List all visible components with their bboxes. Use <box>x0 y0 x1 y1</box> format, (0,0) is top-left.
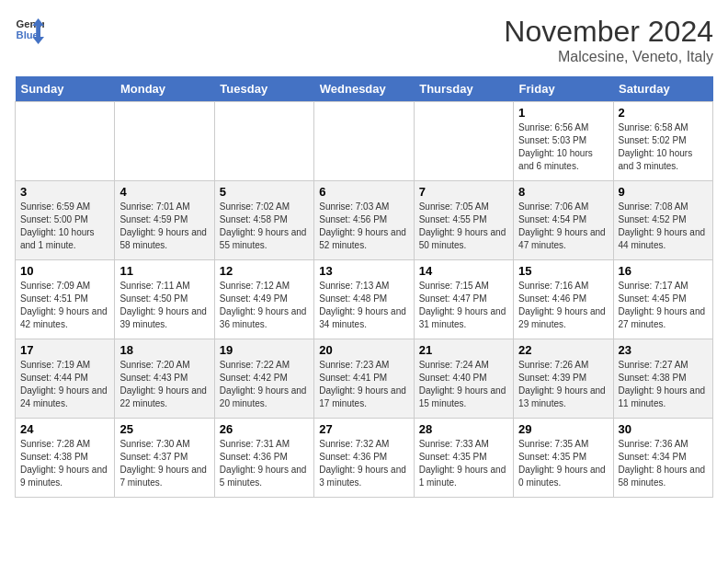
day-info: Sunrise: 7:32 AM Sunset: 4:36 PM Dayligh… <box>319 438 408 489</box>
calendar-cell: 6Sunrise: 7:03 AM Sunset: 4:56 PM Daylig… <box>314 181 414 260</box>
day-number: 16 <box>619 264 708 278</box>
calendar-cell <box>414 102 513 181</box>
day-number: 12 <box>220 264 309 278</box>
day-info: Sunrise: 7:35 AM Sunset: 4:35 PM Dayligh… <box>518 438 608 489</box>
calendar-cell <box>314 102 414 181</box>
day-number: 19 <box>220 343 309 357</box>
day-info: Sunrise: 7:23 AM Sunset: 4:41 PM Dayligh… <box>319 359 408 410</box>
logo: General Blue <box>15 15 44 44</box>
weekday-header: Friday <box>514 76 613 102</box>
calendar-cell: 18Sunrise: 7:20 AM Sunset: 4:43 PM Dayli… <box>115 339 214 419</box>
day-number: 23 <box>619 343 708 357</box>
calendar-cell: 20Sunrise: 7:23 AM Sunset: 4:41 PM Dayli… <box>314 339 414 419</box>
calendar-week-row: 1Sunrise: 6:56 AM Sunset: 5:03 PM Daylig… <box>16 102 713 181</box>
day-info: Sunrise: 7:16 AM Sunset: 4:46 PM Dayligh… <box>518 280 608 331</box>
weekday-header: Saturday <box>613 76 712 102</box>
calendar-cell: 26Sunrise: 7:31 AM Sunset: 4:36 PM Dayli… <box>214 419 313 498</box>
day-number: 29 <box>518 422 608 436</box>
day-info: Sunrise: 6:59 AM Sunset: 5:00 PM Dayligh… <box>20 201 109 252</box>
day-number: 7 <box>419 185 508 199</box>
day-number: 27 <box>319 422 408 436</box>
day-info: Sunrise: 7:17 AM Sunset: 4:45 PM Dayligh… <box>619 280 708 331</box>
day-info: Sunrise: 7:06 AM Sunset: 4:54 PM Dayligh… <box>518 201 608 252</box>
day-number: 6 <box>319 185 408 199</box>
calendar-cell: 7Sunrise: 7:05 AM Sunset: 4:55 PM Daylig… <box>414 181 513 260</box>
day-number: 2 <box>619 106 708 120</box>
day-info: Sunrise: 7:15 AM Sunset: 4:47 PM Dayligh… <box>419 280 508 331</box>
day-info: Sunrise: 7:28 AM Sunset: 4:38 PM Dayligh… <box>20 438 109 489</box>
day-info: Sunrise: 7:19 AM Sunset: 4:44 PM Dayligh… <box>20 359 109 410</box>
calendar-cell: 28Sunrise: 7:33 AM Sunset: 4:35 PM Dayli… <box>414 419 513 498</box>
day-number: 24 <box>20 422 109 436</box>
calendar-cell: 11Sunrise: 7:11 AM Sunset: 4:50 PM Dayli… <box>115 260 214 339</box>
calendar-cell: 29Sunrise: 7:35 AM Sunset: 4:35 PM Dayli… <box>514 419 613 498</box>
day-number: 18 <box>119 343 209 357</box>
page-header: General Blue November 2024 Malcesine, Ve… <box>15 15 713 65</box>
logo-icon: General Blue <box>15 15 44 44</box>
day-number: 14 <box>419 264 508 278</box>
day-number: 11 <box>119 264 209 278</box>
calendar-cell: 15Sunrise: 7:16 AM Sunset: 4:46 PM Dayli… <box>514 260 613 339</box>
calendar-cell: 27Sunrise: 7:32 AM Sunset: 4:36 PM Dayli… <box>314 419 414 498</box>
calendar-cell: 25Sunrise: 7:30 AM Sunset: 4:37 PM Dayli… <box>115 419 214 498</box>
day-info: Sunrise: 7:03 AM Sunset: 4:56 PM Dayligh… <box>319 201 408 252</box>
day-number: 25 <box>119 422 209 436</box>
location: Malcesine, Veneto, Italy <box>504 49 713 65</box>
day-info: Sunrise: 7:12 AM Sunset: 4:49 PM Dayligh… <box>220 280 309 331</box>
day-info: Sunrise: 7:27 AM Sunset: 4:38 PM Dayligh… <box>619 359 708 410</box>
day-number: 26 <box>220 422 309 436</box>
day-info: Sunrise: 6:58 AM Sunset: 5:02 PM Dayligh… <box>619 121 708 173</box>
day-info: Sunrise: 7:30 AM Sunset: 4:37 PM Dayligh… <box>119 438 209 489</box>
calendar-table: SundayMondayTuesdayWednesdayThursdayFrid… <box>15 76 713 498</box>
calendar-cell: 24Sunrise: 7:28 AM Sunset: 4:38 PM Dayli… <box>16 419 115 498</box>
day-number: 30 <box>619 422 708 436</box>
month-title: November 2024 <box>504 15 713 49</box>
day-number: 17 <box>20 343 109 357</box>
day-number: 22 <box>518 343 608 357</box>
calendar-week-row: 3Sunrise: 6:59 AM Sunset: 5:00 PM Daylig… <box>16 181 713 260</box>
day-number: 4 <box>119 185 209 199</box>
calendar-cell: 22Sunrise: 7:26 AM Sunset: 4:39 PM Dayli… <box>514 339 613 419</box>
calendar-cell: 23Sunrise: 7:27 AM Sunset: 4:38 PM Dayli… <box>613 339 712 419</box>
calendar-cell: 2Sunrise: 6:58 AM Sunset: 5:02 PM Daylig… <box>613 102 712 181</box>
day-number: 20 <box>319 343 408 357</box>
day-info: Sunrise: 6:56 AM Sunset: 5:03 PM Dayligh… <box>518 121 608 173</box>
day-number: 1 <box>518 106 608 120</box>
day-info: Sunrise: 7:09 AM Sunset: 4:51 PM Dayligh… <box>20 280 109 331</box>
calendar-cell: 12Sunrise: 7:12 AM Sunset: 4:49 PM Dayli… <box>214 260 313 339</box>
calendar-week-row: 24Sunrise: 7:28 AM Sunset: 4:38 PM Dayli… <box>16 419 713 498</box>
day-info: Sunrise: 7:26 AM Sunset: 4:39 PM Dayligh… <box>518 359 608 410</box>
calendar-cell <box>16 102 115 181</box>
calendar-cell <box>115 102 214 181</box>
weekday-header: Sunday <box>16 76 115 102</box>
day-info: Sunrise: 7:13 AM Sunset: 4:48 PM Dayligh… <box>319 280 408 331</box>
calendar-cell: 5Sunrise: 7:02 AM Sunset: 4:58 PM Daylig… <box>214 181 313 260</box>
calendar-cell: 3Sunrise: 6:59 AM Sunset: 5:00 PM Daylig… <box>16 181 115 260</box>
day-info: Sunrise: 7:05 AM Sunset: 4:55 PM Dayligh… <box>419 201 508 252</box>
day-info: Sunrise: 7:08 AM Sunset: 4:52 PM Dayligh… <box>619 201 708 252</box>
day-number: 8 <box>518 185 608 199</box>
weekday-header: Thursday <box>414 76 513 102</box>
calendar-cell: 10Sunrise: 7:09 AM Sunset: 4:51 PM Dayli… <box>16 260 115 339</box>
day-number: 28 <box>419 422 508 436</box>
calendar-week-row: 17Sunrise: 7:19 AM Sunset: 4:44 PM Dayli… <box>16 339 713 419</box>
calendar-cell: 19Sunrise: 7:22 AM Sunset: 4:42 PM Dayli… <box>214 339 313 419</box>
calendar-cell: 13Sunrise: 7:13 AM Sunset: 4:48 PM Dayli… <box>314 260 414 339</box>
calendar-cell: 17Sunrise: 7:19 AM Sunset: 4:44 PM Dayli… <box>16 339 115 419</box>
day-info: Sunrise: 7:01 AM Sunset: 4:59 PM Dayligh… <box>119 201 209 252</box>
day-info: Sunrise: 7:11 AM Sunset: 4:50 PM Dayligh… <box>119 280 209 331</box>
calendar-cell: 4Sunrise: 7:01 AM Sunset: 4:59 PM Daylig… <box>115 181 214 260</box>
day-number: 15 <box>518 264 608 278</box>
calendar-cell: 30Sunrise: 7:36 AM Sunset: 4:34 PM Dayli… <box>613 419 712 498</box>
day-info: Sunrise: 7:24 AM Sunset: 4:40 PM Dayligh… <box>419 359 508 410</box>
calendar-cell <box>214 102 313 181</box>
weekday-header: Wednesday <box>314 76 414 102</box>
day-info: Sunrise: 7:36 AM Sunset: 4:34 PM Dayligh… <box>619 438 708 489</box>
calendar-cell: 8Sunrise: 7:06 AM Sunset: 4:54 PM Daylig… <box>514 181 613 260</box>
calendar-cell: 9Sunrise: 7:08 AM Sunset: 4:52 PM Daylig… <box>613 181 712 260</box>
day-info: Sunrise: 7:31 AM Sunset: 4:36 PM Dayligh… <box>220 438 309 489</box>
weekday-header-row: SundayMondayTuesdayWednesdayThursdayFrid… <box>16 76 713 102</box>
calendar-week-row: 10Sunrise: 7:09 AM Sunset: 4:51 PM Dayli… <box>16 260 713 339</box>
calendar-cell: 1Sunrise: 6:56 AM Sunset: 5:03 PM Daylig… <box>514 102 613 181</box>
day-number: 9 <box>619 185 708 199</box>
